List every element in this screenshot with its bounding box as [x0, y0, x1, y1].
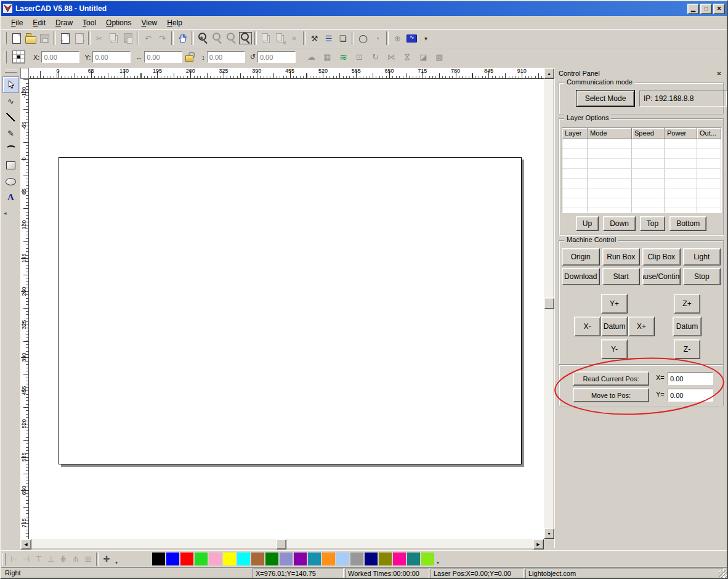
light-button[interactable]: Light — [683, 248, 721, 265]
color-swatch[interactable] — [152, 553, 165, 565]
path-preview-icon[interactable]: ◯ — [356, 31, 370, 45]
layer-top-button[interactable]: Top — [640, 216, 665, 231]
new-icon[interactable] — [9, 31, 23, 45]
scroll-up-arrow[interactable]: ▲ — [544, 68, 554, 79]
color-swatch[interactable] — [393, 553, 406, 565]
zoom-in-out-icon[interactable]: ± — [196, 31, 210, 45]
line-tool[interactable] — [3, 110, 18, 125]
menu-item[interactable]: Edit — [28, 17, 51, 28]
color-swatch[interactable] — [280, 553, 293, 565]
tool-hammer-icon[interactable]: ⚒ — [307, 31, 322, 45]
palette-more-icon[interactable]: ▾ — [437, 560, 439, 567]
color-swatch[interactable] — [421, 553, 434, 565]
ellipse-tool[interactable] — [3, 174, 18, 189]
pause-continue-button[interactable]: Pause/Continue — [642, 268, 681, 285]
start-button[interactable]: Start — [602, 268, 641, 285]
layer-column-header[interactable]: Mode — [588, 128, 632, 139]
download-button[interactable]: Download — [562, 268, 600, 285]
run-box-button[interactable]: Run Box — [602, 248, 641, 265]
horizontal-scrollbar[interactable]: ◀ ▶ — [20, 539, 544, 548]
color-swatch[interactable] — [322, 553, 335, 565]
layer-params-icon[interactable]: ☰ — [322, 31, 336, 45]
align-more-icon[interactable]: ▾ — [115, 560, 118, 567]
layer-fan-icon[interactable]: ≋ — [336, 51, 350, 64]
node-edit-tool[interactable]: ∿ — [3, 94, 18, 109]
pick-object-icon[interactable]: ❏ — [336, 31, 350, 45]
color-swatch[interactable] — [308, 553, 321, 565]
read-current-pos-button[interactable]: Read Current Pos: — [573, 371, 649, 386]
layer-column-header[interactable]: Layer — [562, 128, 588, 139]
jog-controls: Y+Z+X-DatumX+DatumY-Z- — [559, 290, 723, 363]
layer-down-button[interactable]: Down — [603, 216, 636, 231]
drawing-canvas[interactable] — [29, 79, 544, 539]
pan-hand-icon[interactable] — [176, 31, 190, 45]
minimize-button[interactable]: ▁ — [687, 4, 699, 14]
move-to-pos-button[interactable]: Move to Pos: — [573, 388, 649, 402]
toolbox-more-icon[interactable]: ◂ — [4, 210, 20, 216]
vertical-scroll-thumb[interactable] — [544, 298, 554, 309]
menu-item[interactable]: Help — [162, 17, 187, 28]
menu-item[interactable]: Draw — [51, 17, 78, 28]
clip-box-button[interactable]: Clip Box — [642, 248, 681, 265]
center-point-icon[interactable]: ✚ — [100, 553, 113, 565]
maximize-button[interactable]: □ — [700, 4, 712, 14]
layer-column-header[interactable]: Out... — [697, 128, 721, 139]
horizontal-scroll-thumb[interactable] — [276, 539, 286, 549]
aspect-lock-icon[interactable] — [184, 51, 195, 63]
zoom-page-icon[interactable] — [238, 31, 253, 45]
y-position-input[interactable] — [668, 389, 713, 402]
select-tool[interactable] — [2, 76, 19, 93]
open-icon[interactable] — [23, 31, 38, 45]
layer-bottom-button[interactable]: Bottom — [669, 216, 706, 231]
vertical-scrollbar[interactable]: ▲ ▼ — [544, 68, 553, 539]
color-swatch[interactable] — [223, 553, 236, 565]
menu-item[interactable]: Tool — [78, 17, 101, 28]
scroll-right-arrow[interactable]: ▶ — [533, 539, 544, 549]
resize-grip[interactable] — [719, 570, 727, 578]
monitor-icon[interactable] — [405, 31, 419, 45]
color-swatch[interactable] — [350, 553, 363, 565]
jog-y-plus-button[interactable]: Y+ — [601, 294, 628, 314]
scroll-down-arrow[interactable]: ▼ — [544, 528, 554, 539]
scroll-left-arrow[interactable]: ◀ — [20, 539, 31, 549]
toolbar-more-icon[interactable]: ▾ — [419, 31, 433, 45]
layer-column-header[interactable]: Speed — [632, 128, 665, 139]
layer-column-header[interactable]: Power — [665, 128, 697, 139]
jog-z-plus-button[interactable]: Z+ — [674, 294, 700, 314]
stop-button[interactable]: Stop — [683, 268, 721, 285]
color-swatch[interactable] — [209, 553, 222, 565]
menu-item[interactable]: File — [6, 17, 28, 28]
color-swatch[interactable] — [294, 553, 307, 565]
x-position-input[interactable] — [668, 372, 713, 385]
jog-y-minus-button[interactable]: Y- — [601, 339, 628, 359]
import-icon[interactable] — [58, 31, 72, 45]
pen-tool[interactable]: ✎ — [3, 126, 18, 141]
color-swatch[interactable] — [265, 553, 278, 565]
jog-z-datum-button[interactable]: Datum — [673, 317, 702, 336]
jog-x-minus-button[interactable]: X- — [574, 317, 601, 336]
color-swatch[interactable] — [166, 553, 179, 565]
work-page[interactable] — [59, 157, 522, 464]
select-mode-button[interactable]: Select Mode — [576, 91, 634, 107]
bezier-tool[interactable] — [3, 142, 18, 157]
control-panel-close-icon[interactable]: ✕ — [714, 69, 724, 78]
menu-item[interactable]: Options — [101, 17, 136, 28]
layer-up-button[interactable]: Up — [576, 216, 599, 231]
rectangle-tool[interactable] — [3, 158, 18, 173]
color-swatch[interactable] — [251, 553, 264, 565]
close-button[interactable]: ✕ — [713, 4, 725, 14]
color-swatch[interactable] — [237, 553, 250, 565]
layer-table[interactable]: LayerModeSpeedPowerOut... — [562, 128, 722, 213]
color-swatch[interactable] — [407, 553, 420, 565]
menu-item[interactable]: View — [136, 17, 162, 28]
color-swatch[interactable] — [336, 553, 349, 565]
color-swatch[interactable] — [379, 553, 392, 565]
origin-button[interactable]: Origin — [562, 248, 600, 265]
text-tool[interactable]: A — [3, 190, 18, 205]
color-swatch[interactable] — [195, 553, 208, 565]
jog-xy-datum-button[interactable]: Datum — [601, 317, 628, 336]
jog-x-plus-button[interactable]: X+ — [628, 317, 655, 336]
color-swatch[interactable] — [365, 553, 378, 565]
color-swatch[interactable] — [180, 553, 193, 565]
jog-z-minus-button[interactable]: Z- — [674, 339, 700, 359]
